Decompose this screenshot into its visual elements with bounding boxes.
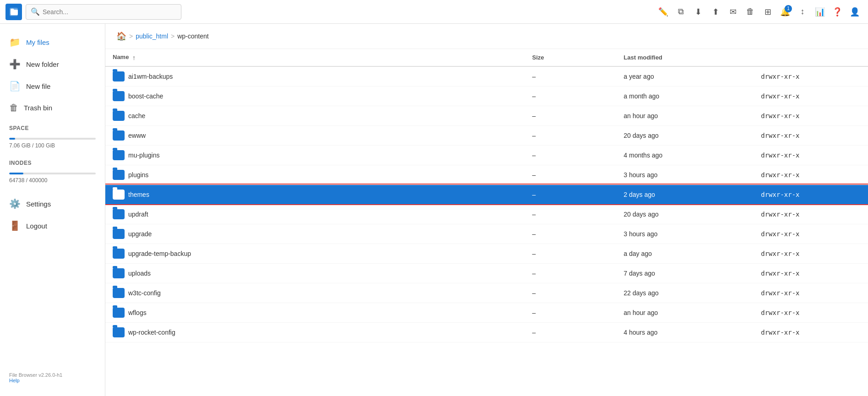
sort-asc-icon: ↑ (132, 54, 136, 61)
search-box[interactable]: 🔍 (26, 4, 181, 20)
file-name-text: ai1wm-backups (128, 73, 173, 80)
file-modified-cell: 3 hours ago (617, 165, 754, 184)
file-perms-cell: drwxr-xr-x (753, 66, 868, 87)
file-size-cell: – (525, 145, 617, 165)
file-modified-cell: a day ago (617, 244, 754, 263)
sidebar-footer: File Browser v2.26.0-h1 Help (0, 367, 105, 389)
table-row[interactable]: cache–an hour agodrwxr-xr-x (105, 106, 868, 125)
file-size-cell: – (525, 204, 617, 224)
new-file-label: New file (26, 82, 50, 90)
inodes-bar (9, 173, 96, 174)
version-text: File Browser v2.26.0-h1 (9, 372, 96, 378)
file-size-cell: – (525, 165, 617, 184)
file-name-text: upgrade-temp-backup (128, 250, 191, 257)
breadcrumb-wp-content: wp-content (177, 33, 208, 40)
my-files-label: My files (26, 38, 49, 46)
upload-icon-btn[interactable]: ⬆ (708, 4, 723, 20)
file-name-cell: wflogs (105, 303, 525, 322)
file-table-container: Name ↑ Size Last modified ai1wm-backups–… (105, 49, 868, 396)
table-row[interactable]: ai1wm-backups–a year agodrwxr-xr-x (105, 66, 868, 87)
table-row[interactable]: upgrade–3 hours agodrwxr-xr-x (105, 224, 868, 244)
file-name-cell: cache (105, 106, 525, 125)
file-table-body: ai1wm-backups–a year agodrwxr-xr-xboost-… (105, 66, 868, 342)
help-icon-btn[interactable]: ❓ (830, 4, 845, 20)
file-perms-cell: drwxr-xr-x (753, 303, 868, 322)
file-modified-cell: 20 days ago (617, 125, 754, 145)
file-modified-cell: 22 days ago (617, 283, 754, 303)
mail-icon-btn[interactable]: ✉ (725, 4, 741, 20)
table-header-row: Name ↑ Size Last modified (105, 49, 868, 66)
file-name-text: plugins (128, 171, 148, 179)
file-name-text: ewww (128, 132, 146, 139)
table-row[interactable]: wflogs–an hour agodrwxr-xr-x (105, 303, 868, 322)
topbar-action-icons: ✏️ ⧉ ⬇ ⬆ ✉ 🗑 ⊞ 🔔 1 ↕ 📊 ❓ 👤 (655, 4, 863, 20)
sort-icon-btn[interactable]: ↕ (795, 4, 810, 20)
table-row[interactable]: w3tc-config–22 days agodrwxr-xr-x (105, 283, 868, 303)
file-modified-cell: an hour ago (617, 303, 754, 322)
file-perms-cell: drwxr-xr-x (753, 204, 868, 224)
file-name-text: mu-plugins (128, 152, 159, 159)
sidebar: 📁 My files ➕ New folder 📄 New file 🗑 Tra… (0, 24, 105, 396)
file-name-text: updraft (128, 211, 148, 218)
file-name-text: wp-rocket-config (128, 329, 175, 336)
folder-icon: 📁 (9, 37, 21, 48)
sidebar-item-new-file[interactable]: 📄 New file (0, 75, 105, 97)
user-icon-btn[interactable]: 👤 (847, 4, 863, 20)
file-name-cell: w3tc-config (105, 283, 525, 303)
table-row[interactable]: uploads–7 days agodrwxr-xr-x (105, 263, 868, 283)
col-header-modified[interactable]: Last modified (617, 49, 754, 66)
file-perms-cell: drwxr-xr-x (753, 125, 868, 145)
file-name-cell: ai1wm-backups (105, 66, 525, 87)
breadcrumb-home[interactable]: 🏠 (116, 31, 126, 41)
search-input[interactable] (43, 8, 176, 16)
file-name-cell: ewww (105, 125, 525, 145)
new-folder-icon: ➕ (9, 59, 21, 70)
space-bar (9, 138, 96, 140)
copy-icon-btn[interactable]: ⧉ (673, 4, 688, 20)
table-row[interactable]: themes–2 days agodrwxr-xr-x (105, 184, 868, 204)
settings-icon: ⚙️ (9, 198, 21, 209)
sidebar-item-new-folder[interactable]: ➕ New folder (0, 53, 105, 75)
table-row[interactable]: boost-cache–a month agodrwxr-xr-x (105, 86, 868, 106)
folder-icon (113, 130, 125, 141)
breadcrumb: 🏠 > public_html > wp-content (105, 24, 868, 49)
table-row[interactable]: upgrade-temp-backup–a day agodrwxr-xr-x (105, 244, 868, 263)
file-modified-cell: 20 days ago (617, 204, 754, 224)
sidebar-item-logout[interactable]: 🚪 Logout (0, 215, 105, 237)
file-size-cell: – (525, 184, 617, 204)
table-row[interactable]: ewww–20 days agodrwxr-xr-x (105, 125, 868, 145)
help-link[interactable]: Help (9, 378, 20, 383)
file-size-cell: – (525, 263, 617, 283)
file-perms-cell: drwxr-xr-x (753, 165, 868, 184)
sidebar-item-trash-bin[interactable]: 🗑 Trash bin (0, 97, 105, 119)
file-size-cell: – (525, 303, 617, 322)
col-header-name[interactable]: Name ↑ (105, 49, 525, 66)
folder-icon (113, 150, 125, 160)
file-table: Name ↑ Size Last modified ai1wm-backups–… (105, 49, 868, 342)
edit-icon-btn[interactable]: ✏️ (655, 4, 671, 20)
grid-icon-btn[interactable]: ⊞ (760, 4, 775, 20)
file-size-cell: – (525, 224, 617, 244)
inodes-bar-fill (9, 173, 23, 174)
stats-icon-btn[interactable]: 📊 (812, 4, 828, 20)
table-row[interactable]: mu-plugins–4 months agodrwxr-xr-x (105, 145, 868, 165)
file-modified-cell: 4 hours ago (617, 322, 754, 342)
space-section-label: Space (0, 119, 105, 133)
notification-badge: 1 (785, 5, 792, 12)
file-perms-cell: drwxr-xr-x (753, 283, 868, 303)
delete-icon-btn[interactable]: 🗑 (742, 4, 758, 20)
table-row[interactable]: wp-rocket-config–4 hours agodrwxr-xr-x (105, 322, 868, 342)
file-name-text: boost-cache (128, 92, 163, 100)
sidebar-item-settings[interactable]: ⚙️ Settings (0, 193, 105, 215)
table-row[interactable]: plugins–3 hours agodrwxr-xr-x (105, 165, 868, 184)
file-perms-cell: drwxr-xr-x (753, 145, 868, 165)
col-header-size[interactable]: Size (525, 49, 617, 66)
breadcrumb-public-html[interactable]: public_html (136, 33, 168, 40)
new-file-icon: 📄 (9, 81, 21, 92)
download-icon-btn[interactable]: ⬇ (690, 4, 706, 20)
file-size-cell: – (525, 66, 617, 87)
file-modified-cell: a month ago (617, 86, 754, 106)
notification-icon-btn[interactable]: 🔔 1 (777, 4, 793, 20)
sidebar-item-my-files[interactable]: 📁 My files (0, 31, 105, 53)
table-row[interactable]: updraft–20 days agodrwxr-xr-x (105, 204, 868, 224)
